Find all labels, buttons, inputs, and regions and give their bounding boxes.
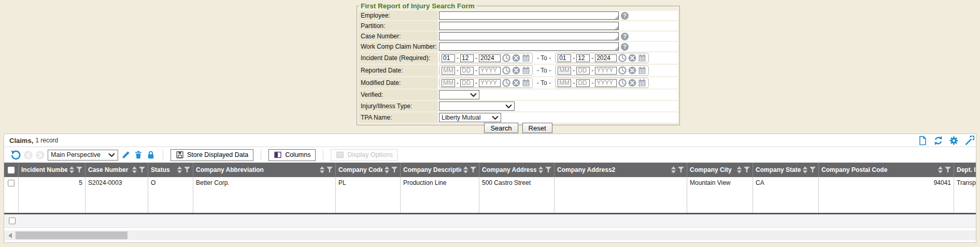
modified-from-month-input[interactable] xyxy=(442,79,455,87)
calendar-icon[interactable] xyxy=(638,54,646,62)
modified-to-year-input[interactable] xyxy=(595,79,617,87)
column-header-company-abbreviation[interactable]: Company Abbreviation xyxy=(193,163,336,177)
row-checkbox[interactable] xyxy=(8,180,15,186)
filter-funnel-icon[interactable] xyxy=(678,167,684,173)
sort-icon[interactable] xyxy=(177,166,182,173)
footer-checkbox[interactable] xyxy=(9,217,16,224)
help-icon[interactable]: ? xyxy=(621,33,629,40)
sort-icon[interactable] xyxy=(938,166,943,173)
clear-date-icon[interactable] xyxy=(628,79,636,87)
reported-from-month-input[interactable] xyxy=(442,67,455,75)
column-header-company-address2[interactable]: Company Address2 xyxy=(555,163,687,177)
store-displayed-data-button[interactable]: Store Displayed Data xyxy=(171,149,253,161)
column-header-company-code[interactable]: Company Code xyxy=(336,163,401,177)
filter-funnel-icon[interactable] xyxy=(184,167,190,173)
column-header-company-address1[interactable]: Company Address1 xyxy=(479,163,555,177)
filter-funnel-icon[interactable] xyxy=(470,167,476,173)
time-icon[interactable] xyxy=(502,54,510,62)
perspective-select[interactable]: Main Perspective xyxy=(48,150,118,161)
column-header-incident-number[interactable]: Incident Number xyxy=(19,163,86,177)
filter-funnel-icon[interactable] xyxy=(945,167,951,173)
settings-gear-icon[interactable] xyxy=(949,136,959,146)
filter-funnel-icon[interactable] xyxy=(326,167,333,173)
next-perspective-button[interactable] xyxy=(36,151,45,159)
undo-icon[interactable] xyxy=(10,150,21,160)
modified-from-year-input[interactable] xyxy=(479,79,501,87)
select-all-checkbox[interactable] xyxy=(4,163,19,177)
search-button[interactable]: Search xyxy=(484,123,518,133)
time-icon[interactable] xyxy=(618,54,627,62)
sort-icon[interactable] xyxy=(320,166,324,173)
resize-grip[interactable] xyxy=(615,26,618,30)
sort-icon[interactable] xyxy=(385,166,389,173)
column-header-dept-id[interactable]: Dept. ID xyxy=(954,163,976,177)
sort-icon[interactable] xyxy=(69,166,74,173)
modified-from-day-input[interactable] xyxy=(460,79,474,87)
column-header-case-number[interactable]: Case Number xyxy=(86,163,148,177)
edit-pencil-icon[interactable] xyxy=(121,150,131,159)
calendar-icon[interactable] xyxy=(638,66,646,75)
column-header-company-description[interactable]: Company Description xyxy=(401,163,479,177)
reported-to-year-input[interactable] xyxy=(595,67,617,75)
clear-date-icon[interactable] xyxy=(628,66,636,75)
modified-to-day-input[interactable] xyxy=(576,79,590,87)
horizontal-scrollbar[interactable] xyxy=(4,230,976,240)
previous-perspective-button[interactable] xyxy=(24,151,33,159)
columns-button[interactable]: Columns xyxy=(268,149,316,161)
time-icon[interactable] xyxy=(618,79,627,87)
filter-funnel-icon[interactable] xyxy=(139,167,145,173)
filter-funnel-icon[interactable] xyxy=(744,167,750,173)
time-icon[interactable] xyxy=(502,66,510,75)
filter-funnel-icon[interactable] xyxy=(545,167,551,173)
resize-grip[interactable] xyxy=(615,47,618,50)
incident-from-month-input[interactable] xyxy=(442,54,455,62)
calendar-icon[interactable] xyxy=(522,54,530,62)
sort-icon[interactable] xyxy=(538,166,543,173)
sort-icon[interactable] xyxy=(737,166,742,173)
clear-date-icon[interactable] xyxy=(512,54,520,62)
reported-from-day-input[interactable] xyxy=(460,67,474,75)
scrollbar-thumb[interactable] xyxy=(16,231,127,239)
new-document-icon[interactable] xyxy=(918,136,928,146)
reported-to-month-input[interactable] xyxy=(558,67,571,75)
clear-date-icon[interactable] xyxy=(512,66,520,75)
reset-button[interactable]: Reset xyxy=(522,123,552,133)
clear-date-icon[interactable] xyxy=(628,54,636,62)
incident-to-day-input[interactable] xyxy=(576,54,590,62)
incident-from-year-input[interactable] xyxy=(479,54,501,62)
sort-icon[interactable] xyxy=(463,166,468,173)
incident-from-day-input[interactable] xyxy=(460,54,474,62)
column-header-company-postal-code[interactable]: Company Postal Code xyxy=(819,163,954,177)
incident-to-year-input[interactable] xyxy=(595,54,617,62)
injury-type-select[interactable] xyxy=(439,101,515,111)
help-icon[interactable]: ? xyxy=(621,12,629,20)
delete-trash-icon[interactable] xyxy=(134,150,143,159)
calendar-icon[interactable] xyxy=(522,79,530,87)
calendar-icon[interactable] xyxy=(638,79,646,87)
time-icon[interactable] xyxy=(618,66,627,75)
work-comp-input[interactable] xyxy=(439,42,619,51)
reported-from-year-input[interactable] xyxy=(479,67,501,75)
resize-grip[interactable] xyxy=(615,36,618,40)
verified-select[interactable] xyxy=(439,90,479,99)
incident-to-month-input[interactable] xyxy=(558,54,571,62)
employee-input[interactable] xyxy=(439,11,619,20)
time-icon[interactable] xyxy=(502,79,510,87)
partition-input[interactable] xyxy=(439,22,619,30)
resize-grip[interactable] xyxy=(615,16,618,19)
calendar-icon[interactable] xyxy=(522,66,530,75)
filter-funnel-icon[interactable] xyxy=(76,167,82,173)
column-header-company-city[interactable]: Company City xyxy=(687,163,753,177)
modified-to-month-input[interactable] xyxy=(558,79,571,87)
refresh-icon[interactable] xyxy=(933,136,943,146)
filter-funnel-icon[interactable] xyxy=(391,167,397,173)
column-header-company-state[interactable]: Company State xyxy=(753,163,819,177)
column-header-status[interactable]: Status xyxy=(148,163,193,177)
sort-icon[interactable] xyxy=(803,166,807,173)
tpa-name-select[interactable]: Liberty Mutual xyxy=(439,113,501,122)
clear-date-icon[interactable] xyxy=(512,79,520,87)
filter-funnel-icon[interactable] xyxy=(809,167,816,173)
sort-icon[interactable] xyxy=(132,166,137,173)
sort-icon[interactable] xyxy=(671,166,676,173)
reported-to-day-input[interactable] xyxy=(576,67,590,75)
